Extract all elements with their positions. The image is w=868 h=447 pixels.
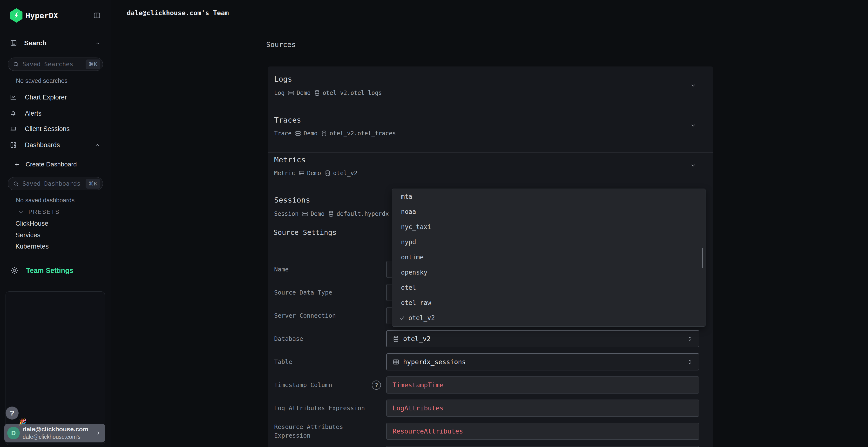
source-table: otel_v2	[324, 170, 358, 176]
table-icon	[393, 358, 399, 365]
database-select[interactable]: otel_v2	[386, 330, 699, 347]
dropdown-option[interactable]: ontime	[392, 249, 705, 265]
source-card-logs[interactable]: Logs Log Demo otel_v2.otel_logs	[268, 66, 713, 112]
text-cursor	[431, 335, 431, 343]
presets-toggle[interactable]: PRESETS	[18, 209, 60, 215]
presets-label: PRESETS	[28, 209, 60, 215]
form-row-log-attributes: Log Attributes Expression LogAttributes	[268, 400, 713, 417]
log-attributes-input[interactable]: LogAttributes	[386, 400, 699, 417]
dashboards-collapse-chevron[interactable]	[94, 142, 101, 148]
field-label: Database	[268, 335, 386, 343]
hyperdx-logo-icon	[10, 8, 23, 23]
topbar-title: dale@clickhouse.com's Team	[127, 9, 229, 16]
source-table: default.hyperdx_s	[328, 210, 396, 217]
dropdown-option-selected[interactable]: otel_v2	[392, 310, 705, 325]
source-connection: Demo	[295, 130, 317, 137]
sidebar-item-label: Chart Explorer	[25, 94, 67, 101]
source-table-label: default.hyperdx_s	[337, 210, 396, 217]
panel-left-icon	[93, 11, 101, 19]
source-connection-label: Demo	[307, 170, 321, 176]
sidebar-section-search[interactable]: Search	[24, 39, 46, 47]
source-type: Trace	[274, 130, 291, 137]
select-stepper-icon[interactable]	[687, 358, 693, 366]
field-label: Log Attributes Expression	[268, 404, 386, 413]
database-icon	[321, 130, 327, 137]
no-saved-dashboards-note: No saved dashboards	[16, 197, 74, 204]
source-connection-label: Demo	[304, 130, 317, 137]
user-workspace: dale@clickhouse.com's	[23, 433, 93, 441]
sidebar-item-clickhouse[interactable]: ClickHouse	[16, 220, 49, 227]
sidebar-item-kubernetes[interactable]: Kubernetes	[16, 243, 49, 250]
form-row-partial	[268, 446, 713, 447]
source-type: Metric	[274, 170, 295, 176]
sidebar-item-services[interactable]: Services	[16, 232, 40, 239]
expand-source-button[interactable]	[689, 122, 697, 129]
sidebar-item-client-sessions[interactable]: Client Sessions	[0, 121, 111, 137]
expand-source-button[interactable]	[689, 162, 697, 169]
saved-searches-input[interactable]	[22, 61, 83, 68]
timestamp-column-input[interactable]: TimestampTime	[386, 376, 699, 393]
dropdown-option[interactable]: nypd	[392, 234, 705, 249]
dropdown-option[interactable]: opensky	[392, 265, 705, 280]
field-label: Server Connection	[268, 311, 386, 320]
user-menu[interactable]: D dale@clickhouse.com dale@clickhouse.co…	[4, 424, 105, 442]
dropdown-option[interactable]: otel_raw	[392, 295, 705, 310]
chevron-down-icon	[689, 162, 697, 169]
form-row-timestamp-column: Timestamp Column ? TimestampTime	[268, 376, 713, 393]
saved-searches-search[interactable]: ⌘K	[8, 58, 103, 71]
dropdown-option[interactable]: mta	[392, 189, 705, 204]
source-card-metrics[interactable]: Metrics Metric Demo otel_v2	[268, 153, 713, 186]
database-dropdown: mta noaa nyc_taxi nypd ontime opensky ot…	[392, 188, 706, 326]
expand-source-button[interactable]	[689, 82, 697, 89]
laptop-icon	[10, 125, 17, 133]
create-dashboard-label: Create Dashboard	[26, 161, 77, 168]
source-connection: Demo	[299, 170, 321, 176]
chevron-up-icon	[94, 40, 101, 46]
form-row-table: Table hyperdx_sessions	[268, 353, 713, 370]
shortcut-badge: ⌘K	[86, 179, 100, 188]
create-dashboard-button[interactable]: Create Dashboard	[13, 161, 77, 168]
table-select[interactable]: hyperdx_sessions	[386, 353, 699, 370]
chevron-down-icon	[18, 209, 24, 215]
field-label: Name	[268, 265, 386, 274]
source-connection-label: Demo	[311, 210, 324, 217]
resource-attributes-input[interactable]: ResourceAttributes	[386, 423, 699, 440]
search-collapse-chevron[interactable]	[94, 40, 101, 46]
dropdown-option[interactable]: nyc_taxi	[392, 219, 705, 234]
select-stepper-icon[interactable]	[687, 335, 693, 342]
saved-dashboards-search[interactable]: ⌘K	[8, 177, 103, 190]
source-table: otel_v2.otel_traces	[321, 130, 396, 137]
partial-input[interactable]	[386, 446, 699, 447]
check-icon	[399, 314, 405, 321]
dropdown-option[interactable]: noaa	[392, 204, 705, 219]
server-icon	[288, 90, 294, 96]
user-info: dale@clickhouse.com dale@clickhouse.com'…	[23, 425, 93, 441]
chevron-right-icon	[95, 429, 101, 437]
server-icon	[295, 130, 301, 137]
source-card-traces[interactable]: Traces Trace Demo otel_v2.otel_traces	[268, 112, 713, 153]
plus-icon	[13, 161, 20, 168]
chevron-down-icon	[689, 122, 697, 129]
saved-dashboards-input[interactable]	[22, 180, 83, 187]
topbar: dale@clickhouse.com's Team	[111, 0, 868, 26]
help-button[interactable]: ?	[5, 407, 19, 419]
team-settings-button[interactable]: Team Settings	[10, 266, 73, 275]
user-email: dale@clickhouse.com	[23, 425, 93, 433]
chevron-down-icon	[689, 82, 697, 89]
source-table-label: otel_v2	[333, 170, 358, 176]
search-icon	[13, 181, 19, 187]
sidebar-item-chart-explorer[interactable]: Chart Explorer	[0, 90, 111, 105]
source-title: Logs	[274, 75, 713, 83]
sidebar-item-label: Alerts	[25, 110, 41, 117]
database-icon	[393, 336, 399, 342]
resource-attributes-value: ResourceAttributes	[393, 427, 463, 435]
sidebar-item-alerts[interactable]: Alerts	[0, 106, 111, 121]
dropdown-scrollbar-thumb[interactable]	[702, 248, 703, 268]
help-icon[interactable]: ?	[372, 381, 381, 390]
page-title: Sources	[266, 40, 296, 49]
sidebar-collapse-button[interactable]	[93, 11, 101, 19]
lightning-bolt-icon	[13, 11, 20, 20]
source-connection: Demo	[288, 90, 311, 96]
dropdown-option[interactable]: otel	[392, 280, 705, 295]
database-value-wrap: otel_v2	[403, 335, 431, 343]
